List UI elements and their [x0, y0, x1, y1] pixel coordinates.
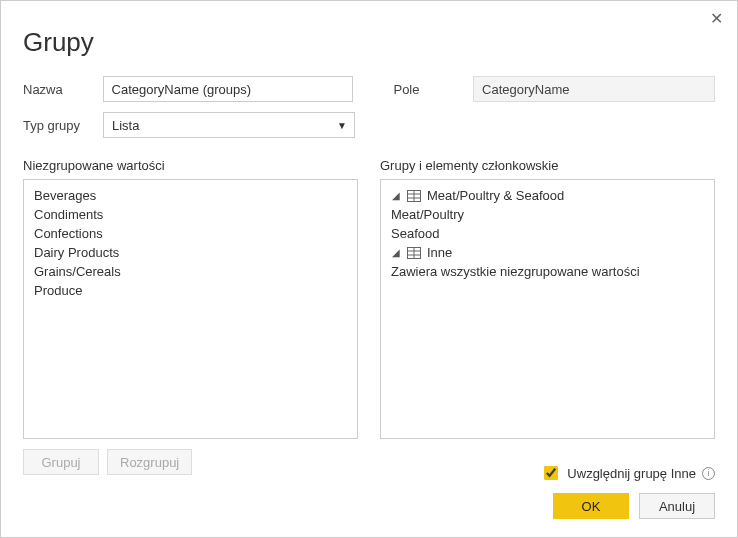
list-item[interactable]: Condiments	[34, 205, 347, 224]
ungrouped-column: Niezgrupowane wartości BeveragesCondimen…	[23, 158, 358, 475]
list-item[interactable]: Beverages	[34, 186, 347, 205]
nazwa-input[interactable]	[103, 76, 354, 102]
typ-grupy-label: Typ grupy	[23, 118, 103, 133]
dialog-footer: OK Anuluj	[553, 493, 715, 519]
row-typ: Typ grupy ▼	[23, 112, 715, 138]
tree-toggle-icon[interactable]: ◢	[391, 247, 401, 258]
groups-column: Grupy i elementy członkowskie ◢Meat/Poul…	[380, 158, 715, 475]
info-icon[interactable]: i	[702, 467, 715, 480]
tree-toggle-icon[interactable]: ◢	[391, 190, 401, 201]
rozgrupuj-button[interactable]: Rozgrupuj	[107, 449, 192, 475]
tree-child-item[interactable]: Meat/Poultry	[391, 205, 704, 224]
pole-input	[473, 76, 715, 102]
close-icon[interactable]: ✕	[710, 11, 723, 27]
include-other-label: Uwzględnij grupę Inne	[567, 466, 696, 481]
group-buttons-row: Grupuj Rozgrupuj	[23, 449, 358, 475]
tree-group-label: Inne	[427, 245, 452, 260]
columns: Niezgrupowane wartości BeveragesCondimen…	[23, 158, 715, 475]
row-nazwa: Nazwa Pole	[23, 76, 715, 102]
include-other-checkbox[interactable]	[544, 466, 558, 480]
anuluj-button[interactable]: Anuluj	[639, 493, 715, 519]
table-icon	[407, 247, 421, 259]
include-other-row: Uwzględnij grupę Inne i	[540, 463, 715, 483]
ungrouped-listbox[interactable]: BeveragesCondimentsConfectionsDairy Prod…	[23, 179, 358, 439]
list-item[interactable]: Grains/Cereals	[34, 262, 347, 281]
typ-grupy-select[interactable]: ▼	[103, 112, 355, 138]
tree-group-row[interactable]: ◢Inne	[391, 243, 704, 262]
tree-child-item[interactable]: Seafood	[391, 224, 704, 243]
ungrouped-header: Niezgrupowane wartości	[23, 158, 358, 173]
groups-treebox[interactable]: ◢Meat/Poultry & SeafoodMeat/PoultrySeafo…	[380, 179, 715, 439]
pole-label: Pole	[393, 82, 473, 97]
ok-button[interactable]: OK	[553, 493, 629, 519]
groups-header: Grupy i elementy członkowskie	[380, 158, 715, 173]
list-item[interactable]: Dairy Products	[34, 243, 347, 262]
tree-child-item[interactable]: Zawiera wszystkie niezgrupowane wartości	[391, 262, 704, 281]
tree-group-label: Meat/Poultry & Seafood	[427, 188, 564, 203]
typ-grupy-value[interactable]	[103, 112, 355, 138]
list-item[interactable]: Confections	[34, 224, 347, 243]
grupuj-button[interactable]: Grupuj	[23, 449, 99, 475]
table-icon	[407, 190, 421, 202]
dialog-title: Grupy	[23, 27, 715, 58]
tree-group-row[interactable]: ◢Meat/Poultry & Seafood	[391, 186, 704, 205]
list-item[interactable]: Produce	[34, 281, 347, 300]
nazwa-label: Nazwa	[23, 82, 103, 97]
